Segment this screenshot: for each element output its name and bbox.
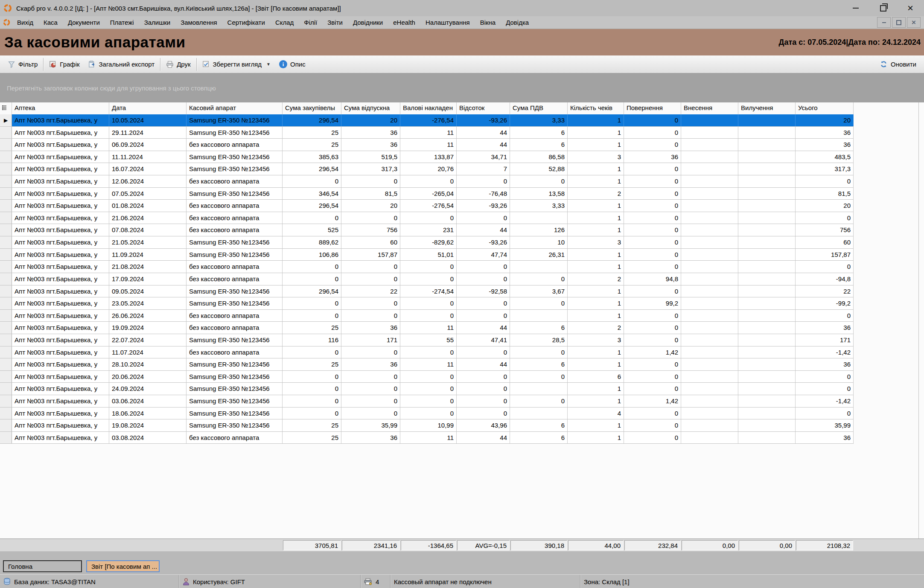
cell[interactable]: 1,42 <box>624 346 681 358</box>
cell[interactable]: 0 <box>510 273 568 285</box>
cell[interactable]: 36 <box>341 432 400 444</box>
cell[interactable]: 11.09.2024 <box>109 249 187 261</box>
cell[interactable]: 0 <box>624 408 681 419</box>
cell[interactable]: 11 <box>400 358 457 370</box>
cell[interactable]: 36 <box>796 139 854 151</box>
cell[interactable]: Апт №003 пгт.Барышевка, у <box>12 273 109 285</box>
cell[interactable]: 28.10.2024 <box>109 358 187 370</box>
cell[interactable]: Samsung ER-350 №123456 <box>187 163 283 175</box>
filter-button[interactable]: Фільтр <box>3 57 42 72</box>
cell[interactable]: 3,33 <box>510 114 568 126</box>
cell[interactable]: 0 <box>457 408 510 419</box>
cell[interactable]: 0 <box>457 395 510 407</box>
cell[interactable]: 22.07.2024 <box>109 334 187 346</box>
cell[interactable]: -93,26 <box>457 200 510 212</box>
cell[interactable]: 317,3 <box>796 163 854 175</box>
cell[interactable]: 1 <box>568 432 624 444</box>
cell[interactable]: 35,99 <box>341 419 400 431</box>
tab-main[interactable]: Головна <box>3 560 82 572</box>
cell[interactable]: без кассового аппарата <box>187 432 283 444</box>
table-row[interactable]: Апт №003 пгт.Барышевка, у11.07.2024без к… <box>0 346 854 359</box>
cell[interactable]: без кассового аппарата <box>187 200 283 212</box>
cell[interactable]: 47,74 <box>457 249 510 261</box>
cell[interactable]: 0 <box>510 297 568 309</box>
cell[interactable]: 11 <box>400 432 457 444</box>
cell[interactable]: -76,48 <box>457 188 510 200</box>
cell[interactable]: Samsung ER-350 №123456 <box>187 408 283 419</box>
cell[interactable]: 0 <box>457 310 510 322</box>
table-row[interactable]: Апт №003 пгт.Барышевка, у01.08.2024без к… <box>0 200 854 212</box>
cell[interactable]: 0 <box>624 322 681 334</box>
cell[interactable]: 94,8 <box>624 273 681 285</box>
cell[interactable]: 0 <box>796 175 854 187</box>
cell[interactable]: 07.08.2024 <box>109 224 187 236</box>
cell[interactable]: Апт №003 пгт.Барышевка, у <box>12 249 109 261</box>
cell[interactable]: 0 <box>624 175 681 187</box>
menu-item[interactable]: Склад <box>270 19 299 26</box>
cell[interactable]: 0 <box>341 273 400 285</box>
menu-item[interactable]: Залишки <box>139 19 176 26</box>
column-header[interactable]: Касовий апарат <box>187 102 283 114</box>
cell[interactable]: Апт №003 пгт.Барышевка, у <box>12 383 109 395</box>
cell[interactable]: 18.06.2024 <box>109 408 187 419</box>
cell[interactable]: 12.06.2024 <box>109 175 187 187</box>
cell[interactable] <box>738 175 796 187</box>
cell[interactable]: 1 <box>568 261 624 273</box>
cell[interactable]: 756 <box>341 224 400 236</box>
cell[interactable]: 0 <box>457 383 510 395</box>
table-row[interactable]: Апт №003 пгт.Барышевка, у09.05.2024Samsu… <box>0 285 854 298</box>
cell[interactable]: Апт №003 пгт.Барышевка, у <box>12 395 109 407</box>
cell[interactable]: Апт №003 пгт.Барышевка, у <box>12 346 109 358</box>
cell[interactable] <box>510 408 568 419</box>
cell[interactable]: 36 <box>341 358 400 370</box>
table-row[interactable]: Апт №003 пгт.Барышевка, у21.05.2024Samsu… <box>0 236 854 249</box>
cell[interactable]: 0 <box>624 358 681 370</box>
cell[interactable]: 483,5 <box>796 151 854 163</box>
cell[interactable] <box>738 224 796 236</box>
cell[interactable]: 10,99 <box>400 419 457 431</box>
cell[interactable]: 0 <box>624 114 681 126</box>
cell[interactable]: 116 <box>283 334 341 346</box>
cell[interactable]: 21.06.2024 <box>109 212 187 224</box>
column-header[interactable]: Сума відпускна <box>341 102 400 114</box>
cell[interactable]: 0 <box>341 408 400 419</box>
cell[interactable]: 346,54 <box>283 188 341 200</box>
cell[interactable]: -1,42 <box>796 395 854 407</box>
cell[interactable] <box>738 322 796 334</box>
cell[interactable]: 36 <box>341 139 400 151</box>
menu-item[interactable]: Філії <box>299 19 322 26</box>
cell[interactable]: 3 <box>568 151 624 163</box>
cell[interactable]: 25 <box>283 358 341 370</box>
table-row[interactable]: ▶Апт №003 пгт.Барышевка, у10.05.2024Sams… <box>0 114 854 127</box>
cell[interactable]: Апт №003 пгт.Барышевка, у <box>12 175 109 187</box>
cell[interactable]: 1 <box>568 163 624 175</box>
cell[interactable]: 0 <box>457 175 510 187</box>
cell[interactable]: -1,42 <box>796 346 854 358</box>
cell[interactable]: 36 <box>796 358 854 370</box>
cell[interactable]: 0 <box>341 175 400 187</box>
cell[interactable]: Апт №003 пгт.Барышевка, у <box>12 261 109 273</box>
cell[interactable]: -99,2 <box>796 297 854 309</box>
cell[interactable]: без кассового аппарата <box>187 310 283 322</box>
cell[interactable]: 0 <box>341 383 400 395</box>
cell[interactable]: 11.11.2024 <box>109 151 187 163</box>
column-header[interactable]: Відсоток <box>457 102 510 114</box>
cell[interactable]: 03.06.2024 <box>109 395 187 407</box>
table-row[interactable]: Апт №003 пгт.Барышевка, у03.08.2024без к… <box>0 432 854 444</box>
cell[interactable]: 44 <box>457 139 510 151</box>
cell[interactable]: 20 <box>341 114 400 126</box>
menu-item[interactable]: Сертифікати <box>222 19 270 26</box>
table-row[interactable]: Апт №003 пгт.Барышевка, у23.05.2024Samsu… <box>0 297 854 310</box>
refresh-button[interactable]: Оновити <box>875 57 921 72</box>
cell[interactable] <box>681 236 738 248</box>
cell[interactable]: 0 <box>796 408 854 419</box>
cell[interactable]: 26.06.2024 <box>109 310 187 322</box>
description-button[interactable]: i Опис <box>275 57 310 72</box>
menu-item[interactable]: Звіти <box>322 19 348 26</box>
cell[interactable]: 36 <box>796 127 854 139</box>
cell[interactable]: 0 <box>624 224 681 236</box>
cell[interactable]: 0 <box>624 127 681 139</box>
cell[interactable]: 0 <box>457 371 510 383</box>
column-header[interactable]: Дата <box>109 102 187 114</box>
mdi-minimize-button[interactable] <box>877 17 891 28</box>
